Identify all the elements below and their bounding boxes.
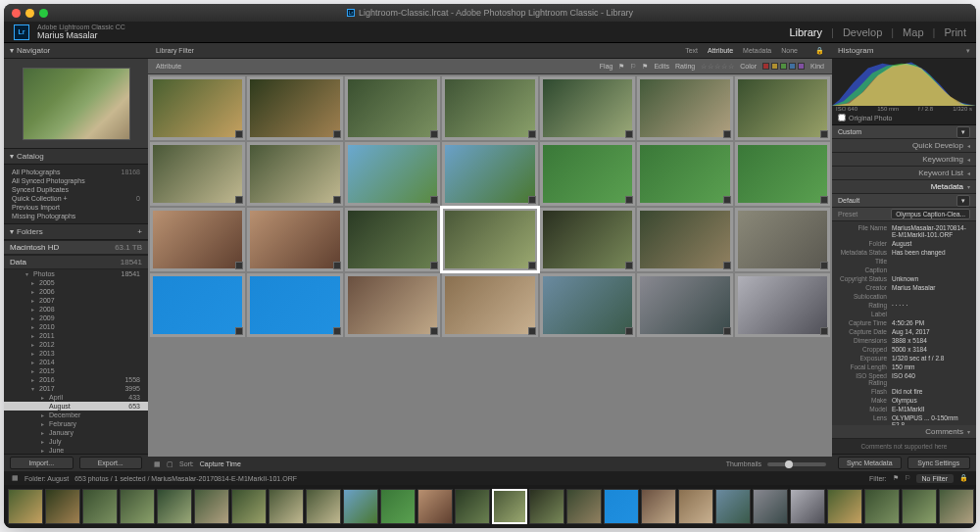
folder-row[interactable]: ▸December	[4, 411, 148, 419]
filmstrip-thumb[interactable]	[343, 489, 378, 524]
module-print[interactable]: Print	[944, 26, 966, 38]
grid-cell[interactable]	[150, 273, 245, 337]
comments-head[interactable]: Comments▾	[832, 425, 976, 439]
folder-row[interactable]: ▸2014	[4, 358, 148, 366]
preset-value[interactable]: Olympus Caption-Clea...	[891, 209, 970, 219]
grid-cell[interactable]	[247, 142, 342, 206]
grid-cell[interactable]	[540, 208, 635, 271]
grid-mode-icon[interactable]: ▦	[12, 474, 19, 482]
grid-cell[interactable]	[247, 76, 342, 140]
sync-settings-button[interactable]: Sync Settings	[907, 457, 971, 469]
filmstrip-thumb[interactable]	[8, 489, 43, 524]
filmstrip-thumb[interactable]	[455, 489, 490, 524]
folder-row[interactable]: ▸2013	[4, 349, 148, 358]
grid-cell[interactable]	[637, 273, 732, 337]
grid-cell[interactable]	[735, 76, 830, 140]
filmstrip-thumb[interactable]	[864, 489, 900, 524]
filmstrip-thumb[interactable]	[641, 489, 676, 524]
grid-cell[interactable]	[735, 142, 830, 206]
filter-attribute[interactable]: Attribute	[708, 47, 733, 54]
grid-cell[interactable]	[247, 208, 342, 271]
folder-row[interactable]: ▸June	[4, 446, 148, 454]
color-yellow[interactable]	[771, 63, 778, 70]
folder-row[interactable]: August653	[4, 402, 148, 411]
folder-row[interactable]: ▸2009	[4, 314, 148, 322]
grid-cell[interactable]	[345, 142, 440, 206]
color-purple[interactable]	[798, 63, 805, 70]
folder-row[interactable]: ▸July	[4, 437, 148, 446]
minimize-icon[interactable]	[25, 9, 34, 18]
module-develop[interactable]: Develop	[843, 26, 882, 38]
filmstrip-thumb[interactable]	[753, 489, 788, 524]
catalog-row[interactable]: All Photographs18168	[4, 168, 148, 176]
grid-cell[interactable]	[442, 273, 537, 337]
folder-row[interactable]: ▾20173995	[4, 384, 148, 393]
filmstrip-thumb[interactable]	[492, 489, 527, 524]
filter-text[interactable]: Text	[685, 47, 698, 54]
flag-picked-icon[interactable]: ⚑	[618, 63, 624, 71]
filmstrip-thumb[interactable]	[678, 489, 713, 524]
filmstrip-thumb[interactable]	[790, 489, 825, 524]
filmstrip-thumb[interactable]	[715, 489, 751, 524]
star-icon[interactable]: ☆	[714, 63, 720, 71]
original-photo-checkbox[interactable]	[838, 114, 846, 121]
filmstrip-thumb[interactable]	[417, 489, 453, 524]
drive-row[interactable]: Macintosh HD63.1 TB	[4, 240, 148, 255]
color-red[interactable]	[762, 63, 769, 70]
maximize-icon[interactable]	[39, 9, 48, 18]
grid-cell[interactable]	[540, 76, 635, 140]
navigator-head[interactable]: ▾ Navigator	[4, 43, 148, 59]
sync-metadata-button[interactable]: Sync Metadata	[838, 457, 902, 469]
grid-cell[interactable]	[442, 76, 537, 140]
catalog-row[interactable]: Previous Import	[4, 203, 148, 212]
filter-lock-icon[interactable]: 🔒	[959, 474, 968, 482]
grid-cell[interactable]	[637, 142, 732, 206]
color-blue[interactable]	[789, 63, 796, 70]
import-button[interactable]: Import...	[10, 457, 74, 469]
folder-row[interactable]: ▸April433	[4, 393, 148, 402]
filmstrip-thumb[interactable]	[827, 489, 862, 524]
metadata-head[interactable]: Metadata▾	[832, 180, 976, 194]
filmstrip-thumb[interactable]	[604, 489, 639, 524]
filmstrip-thumb[interactable]	[157, 489, 192, 524]
filmstrip-thumb[interactable]	[231, 489, 267, 524]
filmstrip-thumb[interactable]	[194, 489, 229, 524]
star-icon[interactable]: ☆	[701, 63, 707, 71]
filmstrip-thumb[interactable]	[939, 489, 974, 524]
folder-row[interactable]: ▸20161558	[4, 375, 148, 384]
export-button[interactable]: Export...	[79, 457, 143, 469]
thumbnail-slider[interactable]	[767, 462, 826, 466]
flag-unflagged-icon[interactable]: ⚐	[630, 63, 636, 71]
histogram-head[interactable]: Histogram▾	[832, 43, 976, 59]
data-drive-row[interactable]: Data18541	[4, 255, 148, 269]
quick-develop-head[interactable]: Quick Develop◂	[832, 139, 976, 153]
catalog-head[interactable]: ▾ Catalog	[4, 149, 148, 165]
sort-value[interactable]: Capture Time	[200, 460, 241, 467]
keywording-head[interactable]: Keywording◂	[832, 153, 976, 167]
filmstrip[interactable]	[4, 485, 976, 528]
filter-none[interactable]: None	[781, 47, 798, 54]
grid-cell[interactable]	[150, 76, 245, 140]
catalog-row[interactable]: Synced Duplicates	[4, 185, 148, 194]
filmstrip-thumb[interactable]	[120, 489, 155, 524]
catalog-row[interactable]: All Synced Photographs	[4, 176, 148, 185]
grid-cell[interactable]	[735, 273, 830, 337]
no-filter-chip[interactable]: No Filter	[916, 474, 954, 483]
filmstrip-thumb[interactable]	[269, 489, 304, 524]
star-icon[interactable]: ☆	[708, 63, 713, 71]
grid-cell[interactable]	[247, 273, 342, 337]
star-icon[interactable]: ☆	[728, 63, 734, 71]
loupe-view-icon[interactable]: ▢	[167, 460, 173, 468]
grid-cell[interactable]	[150, 208, 245, 271]
grid-cell[interactable]	[637, 76, 732, 140]
folder-row[interactable]: ▾Photos18541	[4, 269, 148, 278]
filmstrip-thumb[interactable]	[306, 489, 341, 524]
folder-row[interactable]: ▸January	[4, 428, 148, 437]
close-icon[interactable]	[12, 9, 21, 18]
folder-row[interactable]: ▸2008	[4, 305, 148, 314]
grid-cell[interactable]	[345, 76, 440, 140]
grid-cell[interactable]	[540, 273, 635, 337]
navigator-preview[interactable]	[4, 59, 148, 149]
module-library[interactable]: Library	[789, 26, 822, 38]
metadata-preset-row[interactable]: PresetOlympus Caption-Clea...	[832, 208, 976, 221]
